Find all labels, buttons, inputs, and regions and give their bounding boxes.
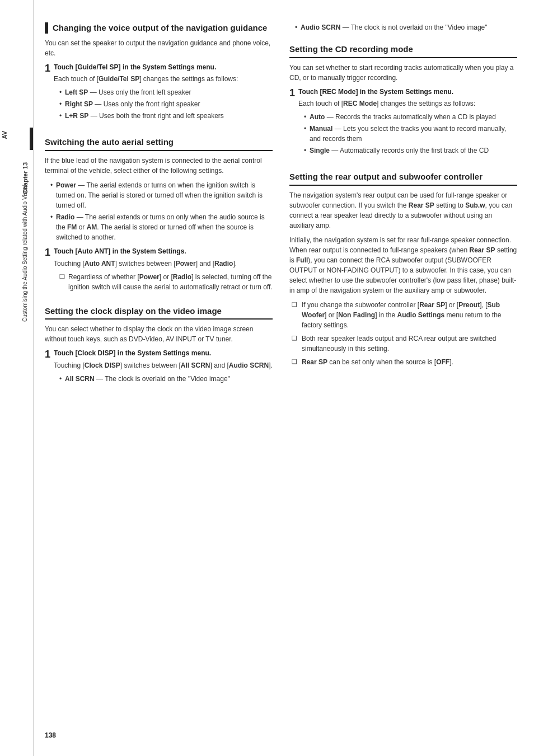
section2-subnote: ❑ Regardless of whether [Power] or [Radi… <box>59 272 273 292</box>
section1-title: Changing the voice output of the navigat… <box>53 22 267 34</box>
sidebar-customising-label: Customising the Audio Setting related wi… <box>22 185 33 322</box>
section1-bullet-list: Left SP — Uses only the front left speak… <box>54 87 273 121</box>
section2-step1-num: 1 <box>45 247 50 259</box>
section5-note-3: Rear SP can be set only when the source … <box>292 357 517 367</box>
section4-bullet-2: Manual — Lets you select the tracks you … <box>304 124 517 144</box>
subnote-content: Regardless of whether [Power] or [Radio]… <box>68 272 273 292</box>
main-content: Changing the voice output of the navigat… <box>34 0 534 756</box>
left-column: Changing the voice output of the navigat… <box>45 11 273 734</box>
section3-bullet-1: All SCRN — The clock is overlaid on the … <box>59 374 273 384</box>
section1-bullet-2: Right SP — Uses only the front right spe… <box>59 99 273 109</box>
section1-bullet-1: Left SP — Uses only the front left speak… <box>59 87 273 97</box>
section4-step1: 1 Touch [REC Mode] in the System Setting… <box>289 87 517 161</box>
section1-body: You can set the speaker to output the na… <box>45 38 273 58</box>
section2-step1-label: Touch [Auto ANT] in the System Settings. <box>54 247 273 256</box>
section3-step1-body: Touching [Clock DISP] switches between [… <box>54 360 273 370</box>
section3-step1-num: 1 <box>45 349 50 360</box>
section1-header: Changing the voice output of the navigat… <box>45 22 273 34</box>
section1-step1: 1 Touch [Guide/Tel SP] in the System Set… <box>45 63 273 126</box>
section1-step1-label: Touch [Guide/Tel SP] in the System Setti… <box>54 63 273 72</box>
section5-title: Setting the rear output and subwoofer co… <box>289 171 517 186</box>
section3-step1-content: Touch [Clock DISP] in the System Setting… <box>54 349 273 388</box>
section1-step1-body: Each touch of [Guide/Tel SP] changes the… <box>54 74 273 84</box>
section2-bullet-1: Power — The aerial extends or turns on w… <box>50 180 273 210</box>
section5-body2: Initially, the navigation system is set … <box>289 235 517 295</box>
right-column: Audio SCRN — The clock is not overlaid o… <box>289 11 517 734</box>
section3-cont-bullets: Audio SCRN — The clock is not overlaid o… <box>289 22 517 32</box>
section4-step1-label: Touch [REC Mode] in the System Settings … <box>298 87 517 97</box>
sidebar-av-label: AV <box>0 129 11 141</box>
section4-step1-body: Each touch of [REC Mode] changes the set… <box>298 98 517 109</box>
section1-bar <box>45 22 48 34</box>
section2-step1-content: Touch [Auto ANT] in the System Settings.… <box>54 247 273 294</box>
section5-body1: The navigation system's rear output can … <box>289 190 517 231</box>
section3-body: You can select whether to display the cl… <box>45 324 273 344</box>
section4-step1-content: Touch [REC Mode] in the System Settings … <box>298 87 517 161</box>
section4-step1-num: 1 <box>289 87 295 99</box>
section3-cont-bullet-1: Audio SCRN — The clock is not overlaid o… <box>295 22 517 32</box>
section2-body: If the blue lead of the navigation syste… <box>45 156 273 176</box>
section1-step1-num: 1 <box>45 63 50 74</box>
section3-step1: 1 Touch [Clock DISP] in the System Setti… <box>45 349 273 388</box>
section2-step1-body: Touching [Auto ANT] switches between [Po… <box>54 259 273 269</box>
section2-bullet-list: Power — The aerial extends or turns on w… <box>45 180 273 242</box>
section4-bullet-1: Auto — Records the tracks automatically … <box>304 112 517 122</box>
section2-bullet-2: Radio — The aerial extends or turns on o… <box>50 212 273 242</box>
subnote-icon: ❑ <box>59 273 65 280</box>
section5-note-list: If you change the subwoofer controller [… <box>289 300 517 367</box>
section4-title: Setting the CD recording mode <box>289 44 517 58</box>
section2-step1: 1 Touch [Auto ANT] in the System Setting… <box>45 247 273 294</box>
section4-body: You can set whether to start recording t… <box>289 63 517 83</box>
section3-title: Setting the clock display on the video i… <box>45 306 273 320</box>
page-number: 138 <box>45 731 56 739</box>
section1-step1-content: Touch [Guide/Tel SP] in the System Setti… <box>54 63 273 126</box>
section3-bullet-list: All SCRN — The clock is overlaid on the … <box>54 374 273 384</box>
section5-note-1: If you change the subwoofer controller [… <box>292 300 517 330</box>
section4-bullet-3: Single — Automatically records only the … <box>304 145 517 156</box>
section4-bullet-list: Auto — Records the tracks automatically … <box>298 112 517 156</box>
section5-note-2: Both rear speaker leads output and RCA r… <box>292 334 517 354</box>
sidebar: AV Chapter 13 Customising the Audio Sett… <box>0 0 34 756</box>
section2-title: Switching the auto aerial setting <box>45 137 273 151</box>
section1-bullet-3: L+R SP — Uses both the front right and l… <box>59 111 273 121</box>
section3-step1-label: Touch [Clock DISP] in the System Setting… <box>54 349 273 358</box>
sidebar-black-bar <box>30 128 33 150</box>
